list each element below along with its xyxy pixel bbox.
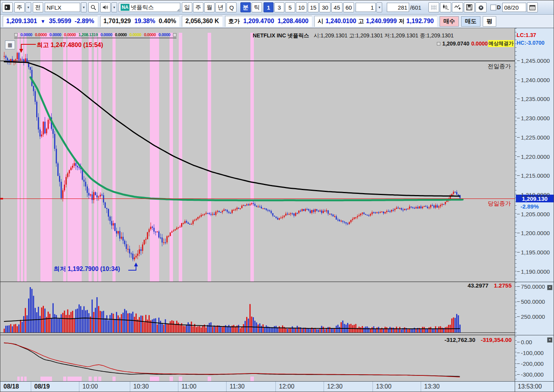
interval-button-0[interactable]: 1	[264, 2, 274, 12]
calendar-button[interactable]	[527, 2, 538, 12]
last-price: 1,209.1301	[6, 18, 37, 25]
indicator-value-2: 0.0000	[49, 32, 61, 37]
panel-icon	[5, 5, 10, 10]
avg-button[interactable]: 평	[483, 16, 496, 27]
date-input[interactable]: 08/20	[502, 3, 526, 12]
settings-button[interactable]	[475, 2, 487, 12]
current-price-pct: -2.89%	[520, 203, 539, 210]
price-tick-label: 1,215.0000	[517, 172, 550, 179]
symbol-dropdown-icon[interactable]: ▼	[81, 2, 87, 12]
symbol-input[interactable]: NFLX	[45, 3, 80, 12]
open-label: 시	[318, 18, 324, 25]
time-axis-separator	[178, 382, 178, 392]
market-badge: NA	[121, 4, 129, 11]
indicator-value-7: 0.0000	[129, 32, 141, 37]
osc-tick-label: -300,000	[517, 371, 544, 378]
interval-button-4[interactable]: 15	[308, 2, 319, 12]
interval-button-1[interactable]: 3	[274, 2, 284, 12]
trading-chart-window: 주 ▼ 전 NFLX ▼ ▼ NA 넷플릭스 일주월년Q 분틱 13510153…	[0, 0, 554, 392]
price-tick-label: 1,235.0000	[517, 96, 550, 102]
amount-box: 2,056,360 K	[182, 16, 222, 27]
price-tick-label: 1,190.0000	[517, 268, 550, 275]
save-icon	[466, 4, 472, 10]
mode-button-1[interactable]: 틱	[252, 2, 262, 12]
grid-tool-icon	[431, 5, 437, 10]
price-tick-label: 1,200.0000	[517, 230, 550, 236]
lc-value: LC:1.37	[517, 32, 536, 38]
time-axis-separator	[79, 382, 79, 392]
time-tick-label: 12:00	[279, 383, 294, 390]
jeon-button[interactable]: 전	[33, 2, 43, 12]
ask-price: 1,208.4600	[278, 18, 309, 25]
panel-separator	[515, 335, 554, 335]
tf-button-1[interactable]: 주	[193, 2, 203, 12]
price-axis-column: LC:1.37 HC:-3.0700 1,209.130 -2.89% ✕ ✕ …	[515, 28, 554, 392]
stock-name: 넷플릭스	[131, 4, 154, 11]
add-line-button[interactable]	[452, 2, 463, 12]
price-tick-label: 1,245.0000	[517, 57, 550, 64]
search-icon	[91, 5, 96, 10]
time-tick-label: 12:30	[327, 383, 342, 390]
speaker-icon	[102, 5, 108, 10]
hc-value: HC:-3.0700	[517, 40, 544, 46]
interval-button-5[interactable]: 30	[319, 2, 331, 12]
indicator-value-3: 0.0000	[64, 32, 76, 37]
time-axis-separator	[421, 382, 421, 392]
daily-checkbox[interactable]	[490, 5, 496, 10]
interval-button-3[interactable]: 10	[296, 2, 307, 12]
period-combo-arrow-icon[interactable]: ▼	[25, 2, 31, 12]
time-axis-separator	[324, 382, 324, 392]
down-arrow-icon: ▼	[40, 19, 45, 24]
save-button[interactable]	[464, 2, 475, 12]
interval-button-7[interactable]: 60	[343, 2, 354, 12]
interval-button-6[interactable]: 45	[331, 2, 342, 12]
symbol-title: NETFLIX INC 넷플릭스	[253, 32, 309, 39]
tf-button-3[interactable]: 년	[215, 2, 226, 12]
axis-end-time: 13:53:00	[518, 383, 542, 390]
add-candle-button[interactable]	[440, 2, 451, 12]
search-button[interactable]	[88, 2, 99, 12]
volume-ratio-value: 1.2755	[494, 282, 512, 289]
high-label: 고	[358, 18, 364, 25]
interval-button-2[interactable]: 5	[285, 2, 295, 12]
volume-panel-close-icon[interactable]: ✕	[547, 285, 552, 290]
price-tick-label: 1,240.0000	[517, 77, 550, 83]
period-combo[interactable]: 주	[14, 2, 25, 12]
indicator-values-row: 0.00000.00000.00000.00001,208.13190.0000…	[14, 32, 176, 38]
sound-button[interactable]	[100, 2, 111, 12]
resize-corner-icon	[177, 8, 180, 11]
oscillator-panel-close-icon[interactable]: ✕	[547, 337, 552, 343]
volume-box: 1,701,929 19.38% 0.40%	[100, 16, 180, 27]
interval-dropdown-icon[interactable]: ▼	[376, 2, 382, 12]
volume-panel-values: 43.2977 1.2755	[464, 282, 512, 289]
buy-button[interactable]: 매수	[440, 16, 459, 27]
stock-name-field[interactable]: NA 넷플릭스	[119, 3, 180, 12]
marker-square-icon	[437, 42, 440, 45]
chart-grid-button[interactable]: ▦	[5, 40, 15, 49]
chart-area: 0.00000.00000.00000.00001,208.13190.0000…	[0, 28, 515, 392]
interval-input[interactable]: 1	[356, 3, 376, 12]
sound-dropdown-icon[interactable]: ▼	[111, 2, 117, 12]
bar-count-input[interactable]: 281	[387, 3, 409, 12]
tf-button-2[interactable]: 월	[204, 2, 215, 12]
time-tick-label: 08/18	[3, 383, 19, 390]
tf-button-0[interactable]: 일	[182, 2, 192, 12]
tf-button-4[interactable]: Q	[227, 2, 237, 12]
indicator-value-1: 0.0000	[35, 32, 47, 37]
price-tick-label: 1,210.0000	[517, 192, 550, 198]
chart-plot[interactable]	[0, 28, 515, 381]
panel-toggle-button[interactable]	[2, 2, 13, 12]
hoga-label: 호가	[228, 18, 240, 25]
price-change-pct: -2.89%	[75, 18, 94, 25]
time-axis: 08/1808/1910:0010:3011:0011:3012:0012:30…	[0, 381, 515, 392]
bar-total-label: /601	[410, 4, 421, 11]
time-axis-separator	[31, 382, 31, 392]
panel-separator	[515, 381, 554, 382]
grid-tool-button[interactable]	[428, 2, 439, 12]
marker-square-icon	[14, 33, 18, 37]
sell-button[interactable]: 매도	[461, 16, 480, 27]
mode-button-0[interactable]: 분	[240, 2, 251, 12]
osc-tick-label: -200,000	[517, 360, 544, 367]
osc-tick-label: 0.00	[517, 339, 532, 345]
trendline-add-icon	[454, 4, 461, 10]
